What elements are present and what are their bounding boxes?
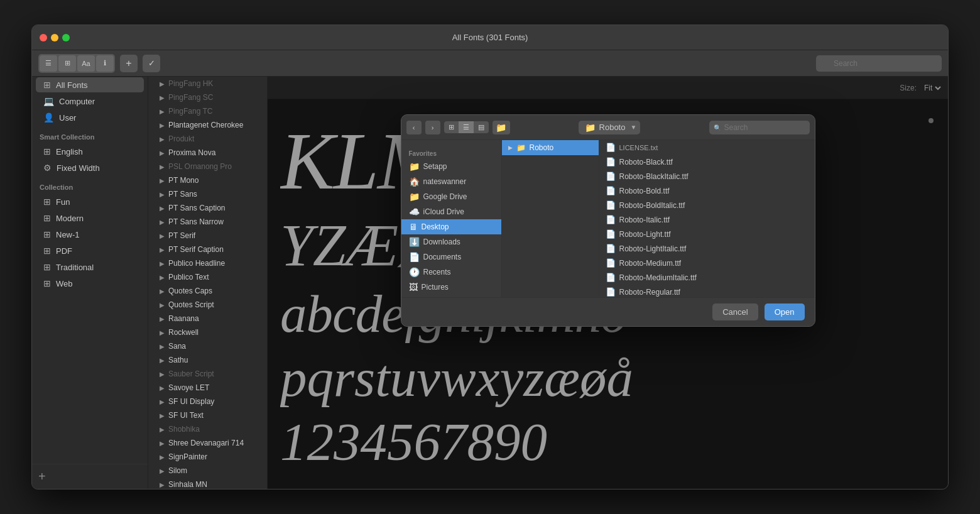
grid-view-btn[interactable]: ⊞	[58, 55, 76, 72]
font-item-sf-ui-display[interactable]: ▶ SF UI Display	[148, 395, 267, 408]
font-item-publico-headline[interactable]: ▶ Publico Headline	[148, 256, 267, 270]
forward-btn[interactable]: ›	[425, 121, 440, 134]
font-item-proxima-nova[interactable]: ▶ Proxima Nova	[148, 146, 267, 160]
dialog-body: Favorites 📁 Setapp 🏠 nateswanner 📁	[401, 140, 815, 297]
recents-icon: 🕐	[409, 267, 420, 277]
font-item-sana[interactable]: ▶ Sana	[148, 339, 267, 353]
file-item-roboto-light[interactable]: 📄 Roboto-Light.ttf	[599, 227, 815, 241]
add-collection-btn[interactable]: +	[120, 55, 138, 72]
font-item-raanana[interactable]: ▶ Raanana	[148, 312, 267, 325]
minimize-button[interactable]	[51, 34, 58, 41]
sidebar-item-modern[interactable]: ⊞ Modern	[36, 211, 144, 226]
font-item-pingfang-sc[interactable]: ▶ PingFang SC	[148, 90, 267, 104]
sidebar-item-fun[interactable]: ⊞ Fun	[36, 194, 144, 209]
file-item-roboto-regular[interactable]: 📄 Roboto-Regular.ttf	[599, 285, 815, 297]
cancel-button[interactable]: Cancel	[712, 303, 758, 320]
file-item-roboto-black[interactable]: 📄 Roboto-Black.ttf	[599, 155, 815, 169]
new1-label: New-1	[56, 230, 80, 239]
maximize-button[interactable]	[62, 34, 70, 41]
font-item-shobhika[interactable]: ▶ Shobhika	[148, 422, 267, 436]
dialog-fav-desktop[interactable]: 🖥 Desktop	[401, 219, 501, 234]
location-chevron-icon: ▼	[631, 124, 637, 131]
font-item-quotes-script[interactable]: ▶ Quotes Script	[148, 298, 267, 312]
sidebar-item-user[interactable]: 👤 User	[36, 110, 144, 125]
font-item-publico-text[interactable]: ▶ Publico Text	[148, 270, 267, 284]
icon-view-btn[interactable]: ⊞	[444, 121, 459, 133]
font-item-psl[interactable]: ▶ PSL Ornanong Pro	[148, 160, 267, 173]
font-item-pt-sans-narrow[interactable]: ▶ PT Sans Narrow	[148, 215, 267, 229]
list-view-btn2[interactable]: ☰	[459, 121, 474, 133]
font-preview-btn[interactable]: Aa	[77, 55, 95, 72]
desktop-icon: 🖥	[409, 222, 418, 232]
font-item-plantagenet[interactable]: ▶ Plantagenet Cherokee	[148, 118, 267, 132]
search-input[interactable]	[816, 55, 942, 72]
open-file-dialog: ‹ › ⊞ ☰ ▤ 📁 📁 Roboto ▼	[401, 114, 815, 327]
dialog-folder-panel: ▶ 📁 Roboto	[502, 140, 599, 297]
font-item-pt-serif[interactable]: ▶ PT Serif	[148, 229, 267, 243]
sidebar-item-computer[interactable]: 💻 Computer	[36, 94, 144, 109]
font-item-signpainter[interactable]: ▶ SignPainter	[148, 450, 267, 464]
font-item-quotes-caps[interactable]: ▶ Quotes Caps	[148, 284, 267, 298]
back-btn[interactable]: ‹	[406, 121, 422, 134]
checkmark-btn[interactable]: ✓	[143, 55, 160, 72]
sidebar-item-fixed-width[interactable]: ⚙ Fixed Width	[36, 160, 144, 175]
column-view-btn[interactable]: ▤	[474, 121, 489, 133]
dialog-search-wrapper: 🔍	[709, 121, 810, 134]
font-item-sinhala-mn[interactable]: ▶ Sinhala MN	[148, 478, 267, 489]
font-item-rockwell[interactable]: ▶ Rockwell	[148, 325, 267, 339]
dialog-fav-recents[interactable]: 🕐 Recents	[401, 265, 501, 280]
font-item-pingfang-hk-prev[interactable]: ▶ PingFang HK	[148, 77, 267, 90]
dialog-fav-music[interactable]: 🎵 Music	[401, 295, 501, 297]
font-item-shree[interactable]: ▶ Shree Devanagari 714	[148, 436, 267, 450]
add-collection-sidebar-btn[interactable]: +	[38, 469, 46, 484]
folder-btn[interactable]: 📁	[493, 121, 510, 134]
dialog-search-icon: 🔍	[714, 124, 721, 131]
dialog-fav-nateswanner[interactable]: 🏠 nateswanner	[401, 174, 501, 189]
close-button[interactable]	[40, 34, 47, 41]
dialog-fav-setapp[interactable]: 📁 Setapp	[401, 159, 501, 174]
sidebar-item-web[interactable]: ⊞ Web	[36, 276, 144, 291]
icloud-icon: ☁️	[409, 207, 420, 217]
font-item-pt-mono[interactable]: ▶ PT Mono	[148, 173, 267, 187]
sidebar-item-all-fonts[interactable]: ⊞ All Fonts	[36, 77, 144, 92]
file-item-license[interactable]: 📄 LICENSE.txt	[599, 140, 815, 155]
file-item-roboto-blackitalic[interactable]: 📄 Roboto-BlackItalic.ttf	[599, 169, 815, 183]
location-pill[interactable]: 📁 Roboto ▼	[579, 121, 641, 134]
font-item-sf-ui-text[interactable]: ▶ SF UI Text	[148, 408, 267, 422]
dialog-folder-roboto[interactable]: ▶ 📁 Roboto	[502, 140, 599, 155]
file-icon-roboto-regular: 📄	[606, 287, 616, 297]
file-item-roboto-medium[interactable]: 📄 Roboto-Medium.ttf	[599, 256, 815, 270]
list-view-btn[interactable]: ☰	[40, 55, 57, 72]
view-toggle-group: ☰ ⊞ Aa ℹ	[38, 54, 115, 73]
dialog-fav-google-drive[interactable]: 📁 Google Drive	[401, 189, 501, 204]
file-item-roboto-bold[interactable]: 📄 Roboto-Bold.ttf	[599, 183, 815, 198]
documents-icon: 📄	[409, 252, 420, 262]
fun-label: Fun	[56, 197, 70, 207]
font-item-produkt[interactable]: ▶ Produkt	[148, 132, 267, 146]
font-item-pt-serif-caption[interactable]: ▶ PT Serif Caption	[148, 243, 267, 256]
sidebar-item-pdf[interactable]: ⊞ PDF	[36, 243, 144, 258]
fun-icon: ⊞	[43, 197, 51, 207]
dialog-fav-pictures[interactable]: 🖼 Pictures	[401, 280, 501, 295]
font-item-pingfang-tc[interactable]: ▶ PingFang TC	[148, 104, 267, 118]
dialog-fav-icloud-drive[interactable]: ☁️ iCloud Drive	[401, 204, 501, 219]
file-item-roboto-italic[interactable]: 📄 Roboto-Italic.ttf	[599, 212, 815, 227]
font-item-sauber[interactable]: ▶ Sauber Script	[148, 367, 267, 381]
info-btn[interactable]: ℹ	[96, 55, 114, 72]
font-item-savoye[interactable]: ▶ Savoye LET	[148, 381, 267, 395]
dialog-search-input[interactable]	[709, 121, 810, 134]
sidebar-item-english[interactable]: ⊞ English	[36, 144, 144, 159]
all-fonts-icon: ⊞	[43, 80, 51, 90]
file-item-roboto-lightitalic[interactable]: 📄 Roboto-LightItalic.ttf	[599, 241, 815, 256]
dialog-fav-downloads[interactable]: ⬇️ Downloads	[401, 234, 501, 249]
file-item-roboto-bolditalic[interactable]: 📄 Roboto-BoldItalic.ttf	[599, 198, 815, 212]
font-item-sathu[interactable]: ▶ Sathu	[148, 353, 267, 367]
dialog-fav-documents[interactable]: 📄 Documents	[401, 249, 501, 265]
sidebar-item-new1[interactable]: ⊞ New-1	[36, 227, 144, 242]
font-item-pt-sans-caption[interactable]: ▶ PT Sans Caption	[148, 201, 267, 215]
open-button[interactable]: Open	[765, 303, 805, 320]
font-item-pt-sans[interactable]: ▶ PT Sans	[148, 187, 267, 201]
font-item-silom[interactable]: ▶ Silom	[148, 464, 267, 478]
file-item-roboto-mediumitalic[interactable]: 📄 Roboto-MediumItalic.ttf	[599, 270, 815, 285]
sidebar-item-traditional[interactable]: ⊞ Traditional	[36, 260, 144, 275]
